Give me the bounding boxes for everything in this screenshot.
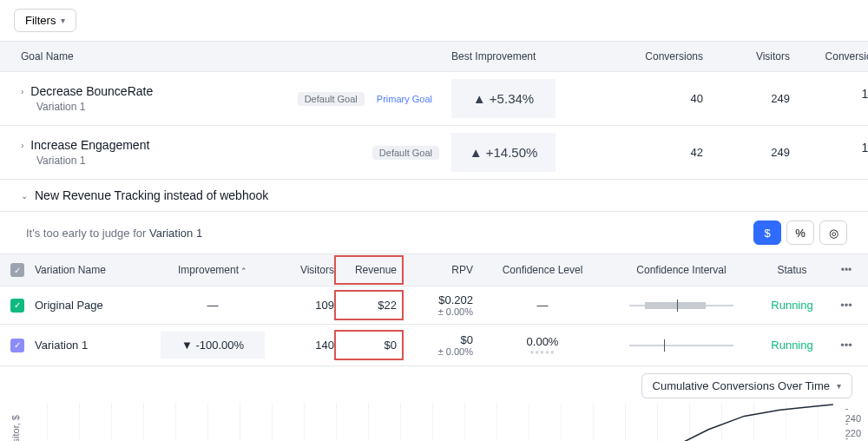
chevron-down-icon: ⌄ xyxy=(21,191,28,201)
mode-percent-button[interactable]: % xyxy=(786,220,814,245)
col-status[interactable]: Status xyxy=(751,264,833,276)
goal-name: New Revenue Tracking instead of webhook xyxy=(35,188,268,202)
row-more-icon[interactable]: ••• xyxy=(833,299,859,312)
col-conversions[interactable]: Conversions xyxy=(608,50,703,63)
variation-name[interactable]: Original Page xyxy=(35,299,156,312)
goal-name: Decrease BounceRate xyxy=(30,84,153,98)
rate-value: 16.43% xyxy=(790,87,868,101)
chevron-down-icon: ▾ xyxy=(61,16,65,25)
goal-row[interactable]: ›Decrease BounceRate Variation 1 Default… xyxy=(0,72,868,126)
rpv-pm: ± 0.00% xyxy=(404,346,473,357)
percent-icon: % xyxy=(795,227,806,240)
confidence-dots-icon: ●●●●● xyxy=(473,348,612,356)
filters-button[interactable]: Filters ▾ xyxy=(14,9,76,32)
judge-variation: Variation 1 xyxy=(149,227,202,240)
rate-pm: ± 7.00% xyxy=(790,155,868,165)
visitors-value: 140 xyxy=(269,339,334,352)
conversions-value: 40 xyxy=(608,92,703,105)
revenue-value: $22 xyxy=(334,290,404,320)
improvement-value: ▼ -100.00% xyxy=(161,332,265,359)
improvement-value: — xyxy=(156,299,269,312)
variation-table-header: ✓ Variation Name Improvement⌃ Visitors R… xyxy=(0,253,868,286)
variation-name[interactable]: Variation 1 xyxy=(35,339,156,352)
tag-default-goal: Default Goal xyxy=(298,92,365,106)
checkbox-all[interactable]: ✓ xyxy=(10,263,24,277)
chart-type-select[interactable]: Cumulative Conversions Over Time ▾ xyxy=(641,373,852,398)
chevron-right-icon: › xyxy=(21,87,23,96)
chart-line xyxy=(31,403,833,441)
col-rpv[interactable]: RPV xyxy=(404,264,473,276)
chevron-down-icon: ▾ xyxy=(837,381,841,391)
variation-row: ✓ Original Page — 109 $22 $0.202± 0.00% … xyxy=(0,286,868,325)
goal-row[interactable]: ›Increase Engagement Variation 1 Default… xyxy=(0,126,868,180)
judge-row: It's too early to judge for Variation 1 … xyxy=(0,212,868,253)
tag-default-goal: Default Goal xyxy=(372,146,439,160)
col-confidence-interval[interactable]: Confidence Interval xyxy=(612,264,751,276)
goal-variation-sub: Variation 1 xyxy=(36,155,295,167)
mode-target-button[interactable]: ◎ xyxy=(819,220,847,245)
sort-asc-icon: ⌃ xyxy=(240,267,247,275)
col-best[interactable]: Best Improvement xyxy=(451,50,608,63)
goal-row-expanded[interactable]: ⌄ New Revenue Tracking instead of webhoo… xyxy=(0,180,868,212)
checkbox-variation[interactable]: ✓ xyxy=(10,339,24,352)
goal-name: Increase Engagement xyxy=(30,138,149,152)
variation-row: ✓ Variation 1 ▼ -100.00% 140 $0 $0± 0.00… xyxy=(0,325,868,366)
conversions-value: 42 xyxy=(608,146,703,159)
rate-pm: ± 6.80% xyxy=(790,101,868,111)
revenue-value: $0 xyxy=(334,330,404,360)
col-goal-name[interactable]: Goal Name xyxy=(0,50,295,63)
confidence-interval-bar xyxy=(629,302,733,309)
rpv-pm: ± 0.00% xyxy=(404,306,473,317)
chart-plot: $0 - 240 - 220 - 200 - 180 - 160 - 140 -… xyxy=(31,403,833,441)
col-variation-name[interactable]: Variation Name xyxy=(35,264,156,276)
mode-dollar-button[interactable]: $ xyxy=(753,220,781,245)
col-conversion-rate[interactable]: Conversion Rate xyxy=(790,50,868,63)
chart-area: Cumulative Conversions Over Time ▾ e per… xyxy=(0,373,868,441)
col-visitors[interactable]: Visitors xyxy=(269,264,334,276)
chevron-right-icon: › xyxy=(21,141,23,150)
visitors-value: 249 xyxy=(703,92,790,105)
rpv-value: $0.202 xyxy=(404,293,473,306)
goal-variation-sub: Variation 1 xyxy=(36,101,295,113)
filters-label: Filters xyxy=(25,14,56,27)
visitors-value: 109 xyxy=(269,299,334,312)
y-axis-left-label: e per Visitor, $ xyxy=(10,415,21,441)
checkbox-variation[interactable]: ✓ xyxy=(10,299,24,313)
confidence-interval-bar xyxy=(629,342,733,349)
rate-value: 17.86% xyxy=(790,141,868,155)
best-improvement-value: ▲ +14.50% xyxy=(451,133,556,172)
dollar-icon: $ xyxy=(764,227,770,240)
confidence-level-value: — xyxy=(473,299,612,312)
best-improvement-value: ▲ +5.34% xyxy=(451,79,556,118)
target-icon: ◎ xyxy=(829,227,838,240)
chart-select-label: Cumulative Conversions Over Time xyxy=(653,379,830,392)
col-revenue[interactable]: Revenue xyxy=(334,255,404,285)
status-value: Running xyxy=(751,299,833,312)
status-value: Running xyxy=(751,339,833,352)
col-confidence-level[interactable]: Confidence Level xyxy=(473,264,612,276)
confidence-level-value: 0.00% xyxy=(473,335,612,348)
col-improvement[interactable]: Improvement⌃ xyxy=(156,264,269,276)
row-more-icon[interactable]: ••• xyxy=(833,339,859,352)
goal-table-header: Goal Name Best Improvement Conversions V… xyxy=(0,41,868,72)
tag-primary-goal: Primary Goal xyxy=(370,92,439,106)
col-visitors[interactable]: Visitors xyxy=(703,50,790,63)
visitors-value: 249 xyxy=(703,146,790,159)
rpv-value: $0 xyxy=(404,333,473,346)
header-more-icon[interactable]: ••• xyxy=(833,264,859,276)
